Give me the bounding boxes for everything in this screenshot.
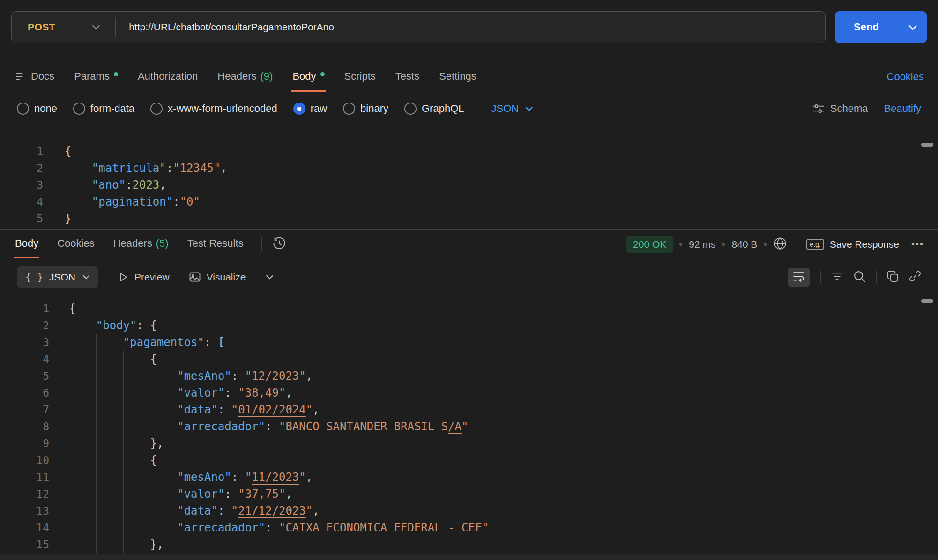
more-views-chevron[interactable] <box>266 274 274 280</box>
preview-label: Preview <box>134 272 170 283</box>
indent-guide <box>96 486 123 502</box>
indent-guide <box>123 519 150 536</box>
divider <box>261 237 262 251</box>
line-number: 7 <box>0 401 49 418</box>
scrollbar-thumb[interactable] <box>921 299 933 303</box>
line-number: 2 <box>0 317 49 334</box>
radio-icon <box>17 103 29 115</box>
body-type-radio-raw[interactable]: raw <box>293 103 327 115</box>
sliders-icon <box>812 103 825 114</box>
request-tab-body[interactable]: Body <box>291 62 325 92</box>
visualize-label: Visualize <box>207 272 246 283</box>
request-tab-scripts[interactable]: Scripts <box>343 62 377 92</box>
search-button[interactable] <box>853 270 866 284</box>
response-history-button[interactable] <box>272 230 286 258</box>
indent-guide <box>69 368 96 384</box>
filter-button[interactable] <box>831 272 843 282</box>
code-line: 7"data": "01/02/2024", <box>0 401 938 418</box>
response-size[interactable]: 840 B <box>731 239 757 250</box>
response-tab-cookies[interactable]: Cookies <box>56 230 95 258</box>
schema-label: Schema <box>830 103 868 115</box>
response-tab-headers[interactable]: Headers(5) <box>112 230 170 258</box>
request-tab-headers[interactable]: Headers(9) <box>216 62 274 92</box>
chevron-down-icon <box>525 106 533 111</box>
response-view-actions <box>788 268 921 287</box>
code-content: "arrecadador": "CAIXA ECONOMICA FEDERAL … <box>69 519 489 536</box>
indent-guide <box>96 418 123 435</box>
request-tab-settings[interactable]: Settings <box>438 62 477 92</box>
copy-icon <box>887 271 899 284</box>
wrap-text-button[interactable] <box>788 268 810 287</box>
response-body-viewer[interactable]: 1{2"body": {3"pagamentos": [4{5"mesAno":… <box>0 295 938 554</box>
code-content: "mesAno": "12/2023", <box>69 368 313 384</box>
line-number: 1 <box>0 143 43 160</box>
url-input[interactable] <box>116 22 825 33</box>
indent-guide <box>69 384 96 401</box>
link-button[interactable] <box>909 270 921 284</box>
line-number: 10 <box>0 452 49 469</box>
indent-guide <box>69 334 96 351</box>
code-line: 6"valor": "38,49", <box>0 384 938 401</box>
code-content: "data": "21/12/2023", <box>69 502 320 519</box>
code-content: { <box>69 300 75 317</box>
indent-guide <box>69 351 96 368</box>
response-format-select[interactable]: { } JSON <box>17 266 98 288</box>
horizontal-scrollbar-track[interactable] <box>0 554 938 560</box>
cookies-link[interactable]: Cookies <box>887 62 924 92</box>
indent-guide <box>96 469 123 486</box>
copy-button[interactable] <box>887 271 899 284</box>
request-tab-params[interactable]: Params <box>73 62 119 92</box>
tab-count-badge: (5) <box>156 237 169 250</box>
line-number: 3 <box>0 177 43 193</box>
send-button-group: Send <box>835 11 927 43</box>
send-options-button[interactable] <box>898 11 927 43</box>
request-tabs-row: DocsParamsAuthorizationHeaders(9)BodyScr… <box>14 62 924 92</box>
network-info-button[interactable] <box>773 236 787 252</box>
schema-button[interactable]: Schema <box>812 103 868 115</box>
raw-format-select[interactable]: JSON <box>491 103 534 115</box>
save-response-button[interactable]: e.g. Save Response <box>806 239 899 250</box>
line-number: 9 <box>0 435 49 452</box>
indent-guide <box>65 177 92 193</box>
indent-guide <box>150 469 177 486</box>
tab-label: Authorization <box>138 70 198 82</box>
indent-guide <box>69 418 96 435</box>
body-type-radio-x-www-form-urlencoded[interactable]: x-www-form-urlencoded <box>150 103 277 115</box>
response-tab-test-results[interactable]: Test Results <box>186 230 245 258</box>
response-tab-body[interactable]: Body <box>14 230 39 258</box>
indent-guide <box>150 401 177 418</box>
send-button[interactable]: Send <box>835 11 898 43</box>
clock-history-icon <box>272 236 286 252</box>
divider <box>876 271 877 283</box>
body-type-radio-graphql[interactable]: GraphQL <box>404 103 464 115</box>
code-content: "matricula":"12345", <box>65 160 227 177</box>
body-type-radio-none[interactable]: none <box>17 103 57 115</box>
method-select[interactable]: POST <box>12 12 100 43</box>
request-tab-tests[interactable]: Tests <box>395 62 420 92</box>
response-time[interactable]: 92 ms <box>689 239 715 250</box>
preview-button[interactable]: Preview <box>118 272 170 283</box>
body-type-radio-form-data[interactable]: form-data <box>73 103 134 115</box>
api-client-window: POST Send DocsParamsAuthorizationHeaders… <box>0 0 938 560</box>
indent-guide <box>65 160 92 177</box>
more-options-button[interactable]: ••• <box>911 239 924 250</box>
request-tab-authorization[interactable]: Authorization <box>137 62 199 92</box>
beautify-button[interactable]: Beautify <box>884 103 922 115</box>
request-tab-docs[interactable]: Docs <box>14 62 55 92</box>
indent-guide <box>123 401 150 418</box>
code-line: 11"mesAno": "11/2023", <box>0 469 938 486</box>
scrollbar-thumb[interactable] <box>921 143 933 147</box>
indent-guide <box>96 536 123 553</box>
tab-label: Scripts <box>344 70 376 82</box>
body-type-radio-binary[interactable]: binary <box>343 103 388 115</box>
indent-guide <box>123 452 150 469</box>
request-body-editor[interactable]: 1{2"matricula":"12345",3"ano":2023,4"pag… <box>0 140 938 229</box>
divider <box>259 271 259 283</box>
status-badge[interactable]: 200 OK <box>626 236 673 253</box>
indent-guide <box>123 351 150 368</box>
line-number: 4 <box>0 351 49 368</box>
indent-guide <box>96 351 123 368</box>
visualize-button[interactable]: Visualize <box>189 272 246 283</box>
globe-icon <box>773 236 787 252</box>
indent-guide <box>96 334 123 351</box>
